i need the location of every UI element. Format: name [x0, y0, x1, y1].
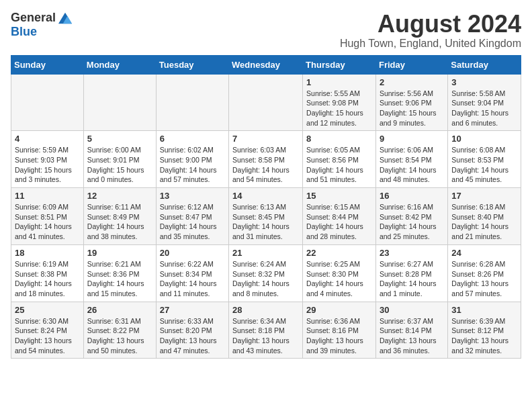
daylight-text: Daylight: 14 hours and 57 minutes.	[160, 166, 217, 184]
sunrise-text: Sunrise: 6:11 AM	[87, 203, 141, 211]
calendar-cell: 10 Sunrise: 6:08 AM Sunset: 8:53 PM Dayl…	[448, 131, 521, 188]
day-info: Sunrise: 5:59 AM Sunset: 9:03 PM Dayligh…	[15, 145, 80, 185]
daylight-text: Daylight: 14 hours and 8 minutes.	[232, 279, 290, 298]
day-number: 11	[15, 191, 80, 201]
day-info: Sunrise: 6:33 AM Sunset: 8:20 PM Dayligh…	[160, 316, 225, 356]
day-info: Sunrise: 6:11 AM Sunset: 8:49 PM Dayligh…	[87, 202, 152, 242]
day-number: 22	[306, 248, 372, 258]
sunrise-text: Sunrise: 6:08 AM	[451, 146, 505, 154]
sunrise-text: Sunrise: 6:03 AM	[232, 146, 286, 154]
sunrise-text: Sunrise: 5:59 AM	[15, 146, 69, 154]
daylight-text: Daylight: 14 hours and 31 minutes.	[232, 222, 290, 240]
daylight-text: Daylight: 14 hours and 28 minutes.	[306, 222, 363, 240]
month-title: August 2024	[340, 11, 521, 38]
calendar-cell: 27 Sunrise: 6:33 AM Sunset: 8:20 PM Dayl…	[156, 302, 228, 359]
calendar-cell: 28 Sunrise: 6:34 AM Sunset: 8:18 PM Dayl…	[229, 302, 303, 359]
sunset-text: Sunset: 8:22 PM	[87, 326, 140, 334]
sunset-text: Sunset: 9:04 PM	[451, 99, 504, 107]
daylight-text: Daylight: 13 hours and 57 minutes.	[451, 279, 508, 298]
day-info: Sunrise: 6:09 AM Sunset: 8:51 PM Dayligh…	[15, 202, 80, 242]
calendar-cell: 2 Sunrise: 5:56 AM Sunset: 9:06 PM Dayli…	[375, 74, 447, 131]
sunrise-text: Sunrise: 6:36 AM	[306, 317, 360, 325]
day-info: Sunrise: 6:21 AM Sunset: 8:36 PM Dayligh…	[87, 259, 152, 299]
sunrise-text: Sunrise: 6:00 AM	[87, 146, 141, 154]
calendar-cell: 20 Sunrise: 6:22 AM Sunset: 8:34 PM Dayl…	[156, 244, 228, 302]
sunset-text: Sunset: 8:45 PM	[232, 213, 285, 221]
day-info: Sunrise: 6:39 AM Sunset: 8:12 PM Dayligh…	[451, 316, 517, 356]
calendar-week-row: 25 Sunrise: 6:30 AM Sunset: 8:24 PM Dayl…	[11, 302, 521, 359]
sunrise-text: Sunrise: 6:33 AM	[160, 317, 214, 325]
day-number: 8	[306, 134, 372, 144]
calendar-cell: 25 Sunrise: 6:30 AM Sunset: 8:24 PM Dayl…	[11, 302, 84, 359]
daylight-text: Daylight: 14 hours and 11 minutes.	[160, 279, 217, 298]
calendar-week-row: 11 Sunrise: 6:09 AM Sunset: 8:51 PM Dayl…	[11, 188, 521, 245]
calendar-header-thursday: Thursday	[303, 55, 376, 74]
calendar-cell: 8 Sunrise: 6:05 AM Sunset: 8:56 PM Dayli…	[303, 131, 376, 188]
daylight-text: Daylight: 14 hours and 45 minutes.	[451, 166, 508, 184]
calendar-cell: 26 Sunrise: 6:31 AM Sunset: 8:22 PM Dayl…	[83, 302, 156, 359]
sunset-text: Sunset: 8:18 PM	[232, 326, 285, 334]
sunset-text: Sunset: 8:44 PM	[306, 213, 359, 221]
calendar-cell: 7 Sunrise: 6:03 AM Sunset: 8:58 PM Dayli…	[229, 131, 303, 188]
sunset-text: Sunset: 8:40 PM	[451, 213, 504, 221]
sunset-text: Sunset: 9:00 PM	[160, 156, 212, 164]
sunrise-text: Sunrise: 6:31 AM	[87, 317, 141, 325]
daylight-text: Daylight: 13 hours and 54 minutes.	[15, 336, 72, 355]
day-number: 1	[306, 77, 372, 87]
calendar-cell: 6 Sunrise: 6:02 AM Sunset: 9:00 PM Dayli…	[156, 131, 228, 188]
daylight-text: Daylight: 14 hours and 1 minute.	[380, 279, 437, 298]
daylight-text: Daylight: 15 hours and 12 minutes.	[306, 109, 363, 127]
day-number: 20	[160, 248, 225, 258]
daylight-text: Daylight: 13 hours and 43 minutes.	[232, 336, 290, 355]
calendar-header-sunday: Sunday	[11, 55, 84, 74]
calendar-cell	[229, 74, 303, 131]
sunset-text: Sunset: 9:08 PM	[306, 99, 359, 107]
day-number: 18	[15, 248, 80, 258]
calendar-cell	[11, 74, 84, 131]
sunrise-text: Sunrise: 6:30 AM	[15, 317, 69, 325]
calendar-cell: 5 Sunrise: 6:00 AM Sunset: 9:01 PM Dayli…	[83, 131, 156, 188]
sunset-text: Sunset: 8:54 PM	[380, 156, 432, 164]
sunrise-text: Sunrise: 6:09 AM	[15, 203, 69, 211]
calendar-cell: 22 Sunrise: 6:25 AM Sunset: 8:30 PM Dayl…	[303, 244, 376, 302]
day-number: 5	[87, 134, 152, 144]
calendar-cell	[83, 74, 156, 131]
sunrise-text: Sunrise: 6:39 AM	[451, 317, 505, 325]
day-number: 30	[380, 305, 444, 315]
daylight-text: Daylight: 14 hours and 21 minutes.	[451, 222, 508, 240]
calendar-cell: 1 Sunrise: 5:55 AM Sunset: 9:08 PM Dayli…	[303, 74, 376, 131]
sunrise-text: Sunrise: 6:24 AM	[232, 260, 286, 268]
day-number: 24	[451, 248, 517, 258]
sunset-text: Sunset: 8:32 PM	[232, 270, 285, 278]
day-info: Sunrise: 6:25 AM Sunset: 8:30 PM Dayligh…	[306, 259, 372, 299]
sunrise-text: Sunrise: 6:27 AM	[380, 260, 433, 268]
sunrise-text: Sunrise: 6:02 AM	[160, 146, 214, 154]
sunrise-text: Sunrise: 6:19 AM	[15, 260, 69, 268]
sunset-text: Sunset: 8:14 PM	[380, 326, 432, 334]
logo: General Blue	[11, 11, 72, 39]
daylight-text: Daylight: 14 hours and 4 minutes.	[306, 279, 363, 298]
calendar-header-wednesday: Wednesday	[229, 55, 303, 74]
sunset-text: Sunset: 8:51 PM	[15, 213, 67, 221]
page-header: General Blue August 2024 Hugh Town, Engl…	[11, 11, 521, 50]
calendar-header-tuesday: Tuesday	[156, 55, 228, 74]
day-info: Sunrise: 5:55 AM Sunset: 9:08 PM Dayligh…	[306, 89, 372, 128]
daylight-text: Daylight: 15 hours and 0 minutes.	[87, 166, 144, 184]
sunrise-text: Sunrise: 6:28 AM	[451, 260, 505, 268]
sunrise-text: Sunrise: 5:56 AM	[380, 89, 433, 97]
calendar-cell: 12 Sunrise: 6:11 AM Sunset: 8:49 PM Dayl…	[83, 188, 156, 245]
logo-icon	[58, 11, 72, 25]
sunrise-text: Sunrise: 6:37 AM	[380, 317, 433, 325]
calendar-week-row: 4 Sunrise: 5:59 AM Sunset: 9:03 PM Dayli…	[11, 131, 521, 188]
daylight-text: Daylight: 13 hours and 39 minutes.	[306, 336, 363, 355]
day-number: 31	[451, 305, 517, 315]
calendar-cell: 23 Sunrise: 6:27 AM Sunset: 8:28 PM Dayl…	[375, 244, 447, 302]
calendar-cell: 21 Sunrise: 6:24 AM Sunset: 8:32 PM Dayl…	[229, 244, 303, 302]
day-info: Sunrise: 6:30 AM Sunset: 8:24 PM Dayligh…	[15, 316, 80, 356]
day-info: Sunrise: 6:05 AM Sunset: 8:56 PM Dayligh…	[306, 145, 372, 185]
sunrise-text: Sunrise: 6:12 AM	[160, 203, 214, 211]
calendar-cell: 24 Sunrise: 6:28 AM Sunset: 8:26 PM Dayl…	[448, 244, 521, 302]
daylight-text: Daylight: 14 hours and 54 minutes.	[232, 166, 290, 184]
calendar-cell: 17 Sunrise: 6:18 AM Sunset: 8:40 PM Dayl…	[448, 188, 521, 245]
sunrise-text: Sunrise: 6:05 AM	[306, 146, 360, 154]
